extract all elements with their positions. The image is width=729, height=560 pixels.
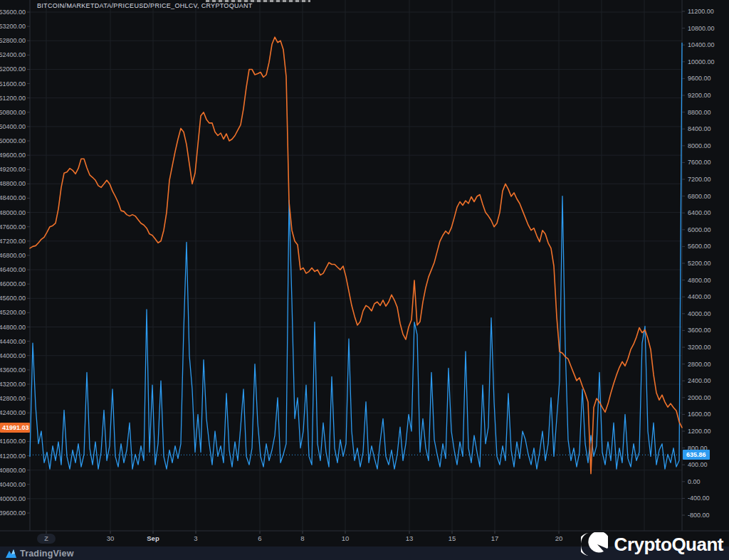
axis-tick-label: 40000.00 — [0, 495, 26, 502]
axis-tick-label: 41200.00 — [0, 453, 26, 460]
axis-tick-label: 4400.00 — [688, 293, 711, 300]
axis-tick-label: 3200.00 — [688, 344, 711, 351]
axis-tick-label: 44000.00 — [0, 352, 26, 359]
axis-tick-label: 48000.00 — [0, 209, 26, 216]
axis-tick-label: 5600.00 — [688, 243, 711, 250]
symbol-title: BITCOIN/MARKETDATA/PRICEUSD/PRICE_OHLCV,… — [37, 2, 253, 9]
axis-tick-label: 10000.00 — [688, 58, 715, 65]
axis-tick-label: 44400.00 — [0, 338, 26, 345]
axis-tick-label: 4800.00 — [688, 277, 711, 284]
axis-tick-label: 49600.00 — [0, 152, 26, 159]
cryptoquant-label: CryptoQuant — [614, 534, 723, 556]
axis-tick-label: 39600.00 — [0, 509, 26, 517]
axis-tick-label: 45600.00 — [0, 295, 26, 302]
axis-tick-label: 42400.00 — [0, 409, 26, 416]
chart-canvas[interactable] — [0, 0, 729, 546]
axis-tick-label: 11200.00 — [688, 8, 714, 15]
axis-tick-label: 30 — [107, 535, 115, 542]
axis-tick-label: 6400.00 — [688, 209, 711, 216]
axis-tick-label: 45200.00 — [0, 309, 26, 316]
axis-tick-label: 8800.00 — [688, 109, 711, 116]
axis-tick-label: 51200.00 — [0, 95, 26, 102]
axis-tick-label: 20 — [555, 535, 563, 542]
axis-tick-label: 49200.00 — [0, 166, 26, 173]
orange-line-series — [30, 37, 682, 474]
left-price-axis[interactable]: 53600.0053200.0052800.0052400.0052000.00… — [0, 0, 30, 531]
axis-tick-label: 1600.00 — [688, 411, 711, 418]
cryptoquant-mark-icon — [581, 532, 608, 556]
axis-tick-label: 47600.00 — [0, 223, 26, 231]
axis-tick-label: 52400.00 — [0, 51, 26, 58]
axis-tick-label: 2400.00 — [688, 377, 711, 384]
tradingview-logo[interactable]: TradingView — [6, 549, 74, 559]
axis-tick-label: 5200.00 — [688, 260, 711, 267]
axis-tick-label: 43600.00 — [0, 366, 26, 374]
last-price-label: 41991.03 — [0, 423, 30, 433]
axis-tick-label: 50800.00 — [0, 109, 26, 116]
axis-tick-label: 6000.00 — [688, 226, 711, 233]
axis-tick-label: 1200.00 — [688, 428, 711, 435]
axis-tick-label: 52800.00 — [0, 37, 26, 44]
timezone-button[interactable]: Z — [37, 534, 56, 544]
axis-tick-label: 4000.00 — [688, 310, 711, 317]
axis-tick-label: Sep — [147, 535, 159, 542]
axis-tick-label: 48800.00 — [0, 180, 26, 187]
axis-tick-label: 10800.00 — [688, 25, 715, 32]
axis-tick-label: 10 — [342, 535, 350, 542]
axis-tick-label: 44800.00 — [0, 324, 26, 331]
axis-tick-label: 53600.00 — [0, 9, 26, 16]
axis-tick-label: 17 — [491, 535, 499, 542]
axis-tick-label: 50000.00 — [0, 137, 26, 144]
axis-tick-label: 51600.00 — [0, 80, 26, 88]
axis-tick-label: -800.00 — [688, 512, 710, 519]
axis-tick-label: 9600.00 — [688, 75, 711, 82]
tradingview-mountain-icon — [6, 549, 16, 559]
axis-tick-label: 8000.00 — [688, 142, 711, 149]
axis-tick-label: 9200.00 — [688, 92, 711, 99]
axis-tick-label: 3600.00 — [688, 327, 711, 334]
axis-tick-label: 400.00 — [688, 461, 708, 468]
axis-tick-label: 48400.00 — [0, 194, 26, 201]
axis-tick-label: 47200.00 — [0, 238, 26, 245]
tradingview-label: TradingView — [20, 549, 74, 559]
axis-tick-label: 40400.00 — [0, 481, 26, 488]
axis-tick-label: 8400.00 — [688, 125, 711, 132]
last-metric-label: 635.86 — [683, 450, 710, 460]
axis-tick-label: 6 — [258, 535, 261, 542]
axis-tick-label: 46800.00 — [0, 252, 26, 259]
axis-tick-label: 46400.00 — [0, 266, 26, 273]
axis-tick-label: 40800.00 — [0, 467, 26, 474]
axis-tick-label: 53200.00 — [0, 23, 26, 30]
axis-tick-label: 6800.00 — [688, 193, 711, 200]
axis-tick-label: 2000.00 — [688, 394, 711, 401]
blue-line-series — [30, 43, 682, 469]
cryptoquant-logo[interactable]: CryptoQuant — [581, 532, 723, 556]
axis-tick-label: 10400.00 — [688, 41, 715, 48]
axis-tick-label: 15 — [449, 535, 456, 542]
axis-tick-label: 43200.00 — [0, 381, 26, 388]
chart-app: BITCOIN/MARKETDATA/PRICEUSD/PRICE_OHLCV,… — [0, 0, 729, 560]
axis-tick-label: 2800.00 — [688, 361, 711, 368]
axis-tick-label: 7600.00 — [688, 159, 711, 166]
axis-tick-label: 46000.00 — [0, 280, 26, 287]
axis-tick-label: -400.00 — [688, 495, 710, 502]
axis-tick-label: 8 — [300, 535, 304, 542]
axis-tick-label: 3 — [194, 535, 197, 542]
axis-tick-label: 52000.00 — [0, 65, 26, 73]
axis-tick-label: 7200.00 — [688, 176, 711, 183]
axis-tick-label: 13 — [406, 535, 414, 542]
axis-tick-label: 0.00 — [688, 478, 701, 485]
axis-tick-label: 50400.00 — [0, 123, 26, 130]
axis-tick-label: 41600.00 — [0, 438, 26, 445]
axis-tick-label: 42800.00 — [0, 395, 26, 402]
